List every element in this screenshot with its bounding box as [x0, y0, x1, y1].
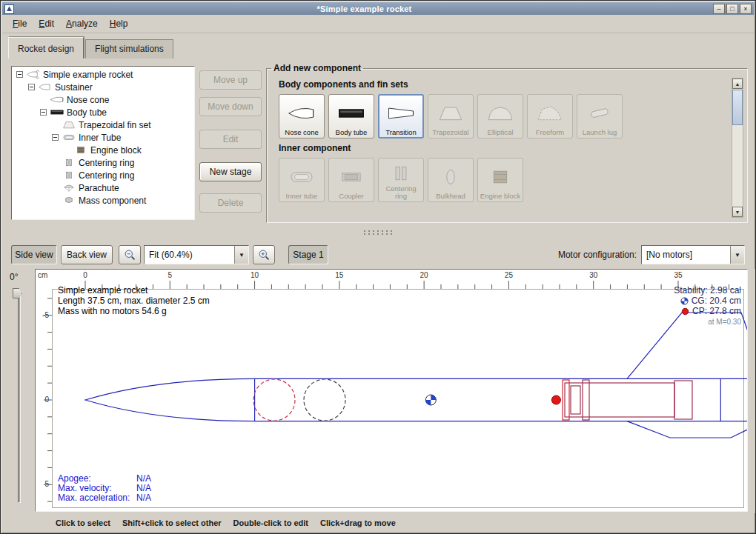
add-elliptical-button[interactable]: Elliptical — [477, 94, 523, 138]
body-components-and-fin-sets-label: Body components and fin sets — [279, 79, 728, 90]
menu-help[interactable]: Help — [104, 16, 134, 31]
chevron-down-icon[interactable]: ▼ — [730, 246, 744, 264]
rocket-info: Simple example rocket Length 37.5 cm, ma… — [58, 285, 210, 316]
add-component-panel: Add new component Body components and fi… — [266, 63, 748, 223]
add-inner-tube-button[interactable]: Inner tube — [279, 158, 325, 202]
tree-expander-icon[interactable] — [16, 71, 23, 78]
tree-item-sustainer[interactable]: Sustainer — [12, 81, 194, 93]
tree-item-centering-ring[interactable]: Centering ring — [12, 156, 194, 169]
h-ruler-label: 15 — [335, 271, 343, 279]
add-bulkhead-button[interactable]: Bulkhead — [428, 158, 474, 202]
stability-info: Stability: 2.98 cal CG: 20.4 cm CP: 27.8… — [674, 285, 741, 327]
chevron-down-icon[interactable]: ▼ — [234, 246, 248, 264]
add-transition-button[interactable]: Transition — [378, 94, 424, 138]
maximize-button[interactable]: □ — [726, 4, 738, 14]
scrollbar-up-icon[interactable]: ▲ — [732, 79, 743, 89]
rocket-name: Simple example rocket — [58, 285, 210, 296]
stage-icon — [38, 82, 53, 92]
h-ruler-label: 30 — [589, 271, 597, 279]
zoom-out-icon — [124, 249, 136, 261]
menu-file[interactable]: File — [7, 16, 33, 31]
menu-analyze[interactable]: Analyze — [60, 16, 104, 31]
ruler-unit-label: cm — [38, 271, 47, 279]
v-ruler-label: 5 — [36, 480, 49, 488]
add-centering-ring-button[interactable]: Centering ring — [378, 158, 424, 202]
rotation-slider-thumb[interactable] — [13, 288, 22, 298]
app-window: *Simple example rocket – □ × FileEditAna… — [0, 0, 756, 534]
menu-edit[interactable]: Edit — [33, 16, 60, 31]
h-ruler-label: 35 — [674, 271, 682, 279]
tree-item-body-tube[interactable]: Body tube — [12, 106, 194, 119]
centeringring-icon — [379, 161, 422, 185]
title-bar[interactable]: *Simple example rocket – □ × — [2, 2, 754, 15]
move-down-button[interactable]: Move down — [199, 97, 262, 116]
tab-rocket-design[interactable]: Rocket design — [8, 37, 84, 59]
status-hint: Double-click to edit — [233, 518, 308, 527]
add-nose-cone-button[interactable]: Nose cone — [279, 94, 325, 138]
add-coupler-button[interactable]: Coupler — [328, 158, 374, 202]
motor-configuration-label: Motor configuration: — [558, 250, 637, 260]
bodytube-icon — [330, 97, 373, 129]
tree-item-nose-cone[interactable]: Nose cone — [12, 93, 194, 106]
add-engine-block-button[interactable]: Engine block — [477, 158, 523, 202]
coupler-icon — [330, 161, 373, 193]
inner-component-label: Inner component — [279, 143, 728, 153]
add-panel-scrollbar[interactable]: ▲ ▼ — [732, 78, 743, 218]
tree-expander-icon[interactable] — [28, 84, 35, 90]
component-tree: Simple example rocketSustainerNose coneB… — [11, 66, 195, 220]
zoom-select-value: Fit (60.4%) — [145, 250, 234, 260]
delete-button[interactable]: Delete — [199, 193, 262, 213]
move-up-button[interactable]: Move up — [199, 70, 262, 90]
close-button[interactable]: × — [740, 4, 752, 14]
edit-button[interactable]: Edit — [199, 130, 262, 149]
rotation-slider[interactable] — [18, 290, 21, 503]
cg-icon — [680, 297, 689, 305]
flight-stat-label: Max. acceleration: — [58, 493, 136, 503]
rocket-icon — [26, 70, 41, 79]
cg-value: CG: 20.4 cm — [692, 296, 741, 306]
add-component-title: Add new component — [271, 63, 363, 73]
tree-expander-icon[interactable] — [52, 134, 59, 141]
zoom-out-button[interactable] — [119, 245, 141, 264]
engineblock-icon — [479, 161, 522, 193]
tree-item-engine-block[interactable]: Engine block — [12, 144, 194, 156]
side-view-button[interactable]: Side view — [11, 245, 57, 264]
scrollbar-down-icon[interactable]: ▼ — [732, 207, 743, 217]
motor-configuration-select[interactable]: [No motors] ▼ — [641, 245, 745, 264]
v-ruler-label: 0 — [36, 396, 49, 404]
back-view-button[interactable]: Back view — [61, 245, 113, 264]
centeringring-icon — [62, 158, 76, 167]
zoom-select[interactable]: Fit (60.4%) ▼ — [144, 245, 249, 264]
status-hint: Shift+click to select other — [122, 518, 222, 527]
add-body-tube-button[interactable]: Body tube — [328, 94, 374, 138]
tree-item-parachute[interactable]: Parachute — [12, 181, 194, 194]
cg-marker — [425, 395, 436, 405]
innertube-icon — [62, 133, 76, 142]
minimize-button[interactable]: – — [713, 4, 725, 14]
nosecone-icon — [50, 95, 64, 104]
app-icon — [4, 4, 14, 13]
tree-expander-icon[interactable] — [40, 109, 47, 116]
rocket-canvas[interactable]: cm — [35, 269, 748, 512]
splitter-handle[interactable] — [362, 230, 395, 236]
add-launch-lug-button[interactable]: Launch lug — [577, 94, 623, 138]
tree-item-trapezoidal-fin-set[interactable]: Trapezoidal fin set — [12, 119, 194, 131]
freeform-icon — [528, 97, 571, 129]
tree-item-simple-example-rocket[interactable]: Simple example rocket — [12, 68, 194, 81]
tab-flight-simulations[interactable]: Flight simulations — [85, 39, 173, 59]
new-stage-button[interactable]: New stage — [199, 162, 262, 181]
tree-item-centering-ring[interactable]: Centering ring — [12, 169, 194, 181]
add-freeform-button[interactable]: Freeform — [527, 94, 573, 138]
stage-1-toggle[interactable]: Stage 1 — [288, 245, 328, 264]
tree-item-inner-tube[interactable]: Inner Tube — [12, 131, 194, 144]
scrollbar-thumb[interactable] — [732, 90, 743, 125]
rocket-view-area: 0° cm — [2, 269, 755, 513]
zoom-in-button[interactable] — [253, 245, 275, 264]
tree-item-mass-component[interactable]: Mass component — [12, 194, 194, 207]
bulkhead-icon — [429, 161, 472, 193]
rocket-mass: Mass with no motors 54.6 g — [58, 306, 210, 316]
window-title: *Simple example rocket — [17, 4, 712, 13]
add-trapezoidal-button[interactable]: Trapezoidal — [428, 94, 474, 138]
h-ruler-label: 20 — [420, 271, 428, 279]
nosecone-icon — [280, 97, 323, 129]
